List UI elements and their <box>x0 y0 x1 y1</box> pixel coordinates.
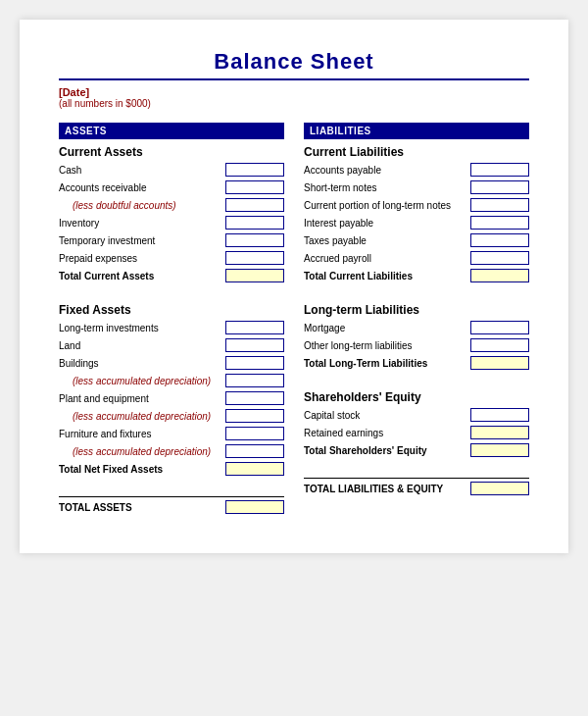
item-label: (less accumulated depreciation) <box>73 376 225 386</box>
item-label: Temporary investment <box>59 235 225 246</box>
longterm-liabilities-total-row: Total Long-Term Liabilities <box>304 355 529 371</box>
item-label: Inventory <box>59 218 225 229</box>
item-label: Furniture and fixtures <box>59 429 225 439</box>
total-assets-row: TOTAL ASSETS <box>59 496 284 514</box>
fixed-assets-total-row: Total Net Fixed Assets <box>59 461 284 477</box>
list-item: Taxes payable <box>304 232 529 248</box>
total-liabilities-label: TOTAL LIABILITIES & EQUITY <box>304 484 470 494</box>
list-item: Long-term investments <box>59 320 284 335</box>
total-liab-input[interactable] <box>470 482 529 495</box>
furniture-input[interactable] <box>225 427 284 440</box>
liabilities-column: LIABILITIES Current Liabilities Accounts… <box>304 123 529 514</box>
item-label: Cash <box>59 165 225 176</box>
payroll-input[interactable] <box>470 251 529 265</box>
list-item: Plant and equipment <box>59 390 284 406</box>
total-assets-input[interactable] <box>225 500 284 514</box>
st-notes-input[interactable] <box>470 180 529 194</box>
temp-inv-input[interactable] <box>225 233 284 247</box>
plant-dep-input[interactable] <box>225 409 284 423</box>
retained-input[interactable] <box>470 426 529 439</box>
item-label: Mortgage <box>304 323 470 333</box>
numbers-note: (all numbers in $000) <box>59 98 529 109</box>
total-assets-label: TOTAL ASSETS <box>59 502 225 513</box>
list-item: Interest payable <box>304 215 529 230</box>
fixed-assets-total-input[interactable] <box>225 462 284 476</box>
list-item: Land <box>59 337 284 353</box>
total-label: Total Shareholders' Equity <box>304 445 470 456</box>
cash-input[interactable] <box>225 163 284 177</box>
list-item: Accounts receivable <box>59 179 284 195</box>
item-label: Current portion of long-term notes <box>304 200 470 211</box>
item-label: Other long-term liabilities <box>304 340 470 351</box>
doubtful-input[interactable] <box>225 198 284 212</box>
current-liab-total-input[interactable] <box>470 269 529 282</box>
prepaid-input[interactable] <box>225 251 284 265</box>
inventory-input[interactable] <box>225 216 284 230</box>
item-label: Retained earnings <box>304 428 470 438</box>
item-label: Short-term notes <box>304 182 470 193</box>
assets-header: ASSETS <box>59 123 284 139</box>
item-label: Accrued payroll <box>304 253 470 264</box>
item-label: Buildings <box>59 358 225 369</box>
liabilities-header: LIABILITIES <box>304 123 529 139</box>
total-liabilities-row: TOTAL LIABILITIES & EQUITY <box>304 478 529 495</box>
item-label: Long-term investments <box>59 323 225 333</box>
current-liabilities-total-row: Total Current Liabilities <box>304 268 529 283</box>
equity-title: Shareholders' Equity <box>304 390 529 404</box>
total-label: Total Net Fixed Assets <box>59 464 225 475</box>
list-item: Inventory <box>59 215 284 230</box>
plant-input[interactable] <box>225 391 284 405</box>
list-item: Short-term notes <box>304 179 529 195</box>
list-item: Accounts payable <box>304 162 529 178</box>
list-item: Accrued payroll <box>304 250 529 266</box>
capital-input[interactable] <box>470 408 529 422</box>
list-item: Other long-term liabilities <box>304 337 529 353</box>
item-label: (less accumulated depreciation) <box>73 411 225 422</box>
mortgage-input[interactable] <box>470 321 529 334</box>
item-label: Accounts receivable <box>59 182 225 193</box>
date-label: [Date] <box>59 86 529 98</box>
current-assets-total-input[interactable] <box>225 269 284 282</box>
list-item: (less accumulated depreciation) <box>59 443 284 459</box>
furn-dep-input[interactable] <box>225 444 284 458</box>
item-label: Land <box>59 340 225 351</box>
title-divider <box>59 78 529 80</box>
list-item: Prepaid expenses <box>59 250 284 266</box>
lt-inv-input[interactable] <box>225 321 284 334</box>
current-liabilities-title: Current Liabilities <box>304 145 529 159</box>
assets-column: ASSETS Current Assets Cash Accounts rece… <box>59 123 284 514</box>
list-item: Mortgage <box>304 320 529 335</box>
curr-lt-notes-input[interactable] <box>470 198 529 212</box>
total-label: Total Current Assets <box>59 271 225 281</box>
lt-liab-total-input[interactable] <box>470 356 529 370</box>
list-item: (less accumulated depreciation) <box>59 373 284 388</box>
list-item: Current portion of long-term notes <box>304 197 529 213</box>
equity-total-input[interactable] <box>470 443 529 457</box>
taxes-input[interactable] <box>470 233 529 247</box>
item-label: Accounts payable <box>304 165 470 176</box>
other-lt-input[interactable] <box>470 338 529 352</box>
balance-sheet-page: Balance Sheet [Date] (all numbers in $00… <box>20 20 568 553</box>
page-title: Balance Sheet <box>59 49 529 75</box>
buildings-input[interactable] <box>225 356 284 370</box>
interest-input[interactable] <box>470 216 529 230</box>
list-item: Cash <box>59 162 284 178</box>
item-label: Interest payable <box>304 218 470 229</box>
ap-input[interactable] <box>470 163 529 177</box>
total-label: Total Current Liabilities <box>304 271 470 281</box>
fixed-assets-title: Fixed Assets <box>59 303 284 317</box>
total-label: Total Long-Term Liabilities <box>304 358 470 369</box>
item-label: (less doubtful accounts) <box>73 200 225 211</box>
longterm-liabilities-title: Long-term Liabilities <box>304 303 529 317</box>
land-input[interactable] <box>225 338 284 352</box>
ar-input[interactable] <box>225 180 284 194</box>
item-label: Plant and equipment <box>59 393 225 404</box>
main-columns: ASSETS Current Assets Cash Accounts rece… <box>59 123 529 514</box>
bldg-dep-input[interactable] <box>225 374 284 387</box>
list-item: Furniture and fixtures <box>59 426 284 441</box>
list-item: Temporary investment <box>59 232 284 248</box>
item-label: (less accumulated depreciation) <box>73 446 225 457</box>
list-item: (less accumulated depreciation) <box>59 408 284 424</box>
title-section: Balance Sheet <box>59 49 529 75</box>
list-item: Capital stock <box>304 407 529 423</box>
